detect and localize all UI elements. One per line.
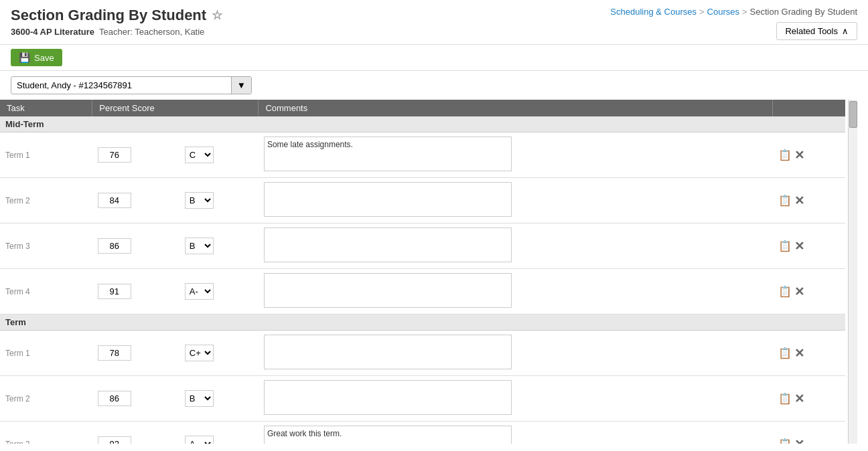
clear-icon[interactable]: ✕ xyxy=(794,391,804,406)
clear-icon[interactable]: ✕ xyxy=(794,284,804,299)
comment-cell xyxy=(259,269,773,314)
action-cell: 📋 ✕ xyxy=(773,178,845,223)
chevron-up-icon: ∧ xyxy=(842,26,849,36)
student-input[interactable] xyxy=(11,77,231,94)
star-icon[interactable]: ☆ xyxy=(212,8,222,23)
page-title: Section Grading By Student ☆ xyxy=(11,7,222,24)
scrollbar[interactable] xyxy=(848,100,857,444)
grade-cell: A+AA-B+BB-C+CC-D+DD-F xyxy=(179,223,259,269)
grade-tbody: Mid-Term Term 1 A+AA-B+BB-C+CC-D+DD-F So… xyxy=(0,116,845,444)
grade-select[interactable]: A+AA-B+BB-C+CC-D+DD-F xyxy=(185,192,214,209)
task-label: Term 3 xyxy=(0,223,92,269)
grade-cell: A+AA-B+BB-C+CC-D+DD-F xyxy=(179,269,259,314)
scrollbar-thumb[interactable] xyxy=(849,101,857,128)
page-title-text: Section Grading By Student xyxy=(11,7,206,24)
student-dropdown-button[interactable]: ▼ xyxy=(231,77,251,94)
student-selector: ▼ xyxy=(0,71,868,100)
grade-row: Term 2 A+AA-B+BB-C+CC-D+DD-F 📋 ✕ xyxy=(0,178,845,223)
grade-row: Term 3 A+AA-B+BB-C+CC-D+DD-F 📋 ✕ xyxy=(0,223,845,269)
doc-icon[interactable]: 📋 xyxy=(778,149,792,161)
score-cell xyxy=(92,331,179,376)
grade-select[interactable]: A+AA-B+BB-C+CC-D+DD-F xyxy=(185,345,214,361)
score-input[interactable] xyxy=(98,391,131,406)
teacher-name: Teacherson, Katie xyxy=(135,27,204,37)
task-label: Term 2 xyxy=(0,376,92,422)
section-name-0: Mid-Term xyxy=(0,116,845,132)
header-left: Section Grading By Student ☆ 3600-4 AP L… xyxy=(11,7,222,37)
breadcrumb-link-scheduling[interactable]: Scheduling & Courses xyxy=(610,7,697,17)
comment-cell xyxy=(259,223,773,269)
related-tools-label: Related Tools xyxy=(785,26,838,36)
related-tools-button[interactable]: Related Tools ∧ xyxy=(776,22,857,40)
grade-select[interactable]: A+AA-B+BB-C+CC-D+DD-F xyxy=(185,283,214,300)
clear-icon[interactable]: ✕ xyxy=(794,239,804,254)
col-header-score: Percent Score xyxy=(92,100,259,116)
score-cell xyxy=(92,132,179,178)
doc-icon[interactable]: 📋 xyxy=(778,438,792,444)
clear-icon[interactable]: ✕ xyxy=(794,148,804,163)
comment-textarea[interactable] xyxy=(264,380,512,415)
save-icon: 💾 xyxy=(19,52,30,63)
task-label: Term 1 xyxy=(0,331,92,376)
comment-textarea[interactable] xyxy=(264,228,512,262)
breadcrumb-link-courses[interactable]: Courses xyxy=(707,7,739,17)
section-name-1: Term xyxy=(0,314,845,331)
score-cell xyxy=(92,178,179,223)
grade-cell: A+AA-B+BB-C+CC-D+DD-F xyxy=(179,331,259,376)
score-input[interactable] xyxy=(98,147,131,163)
score-input[interactable] xyxy=(98,284,131,299)
comment-textarea[interactable] xyxy=(264,182,512,217)
doc-icon[interactable]: 📋 xyxy=(778,392,792,405)
grade-cell: A+AA-B+BB-C+CC-D+DD-F xyxy=(179,422,259,444)
doc-icon[interactable]: 📋 xyxy=(778,347,792,359)
save-label: Save xyxy=(34,53,54,63)
score-input[interactable] xyxy=(98,193,131,208)
action-cell: 📋 ✕ xyxy=(773,132,845,178)
doc-icon[interactable]: 📋 xyxy=(778,285,792,298)
doc-icon[interactable]: 📋 xyxy=(778,194,792,207)
score-input[interactable] xyxy=(98,238,131,254)
save-button[interactable]: 💾 Save xyxy=(11,49,62,66)
action-cell: 📋 ✕ xyxy=(773,331,845,376)
clear-icon[interactable]: ✕ xyxy=(794,437,804,444)
comment-cell xyxy=(259,331,773,376)
task-label: Term 4 xyxy=(0,269,92,314)
action-cell: 📋 ✕ xyxy=(773,376,845,422)
header-right: Scheduling & Courses > Courses > Section… xyxy=(610,7,857,40)
section-header-0: Mid-Term xyxy=(0,116,845,132)
comment-cell xyxy=(259,178,773,223)
col-header-actions xyxy=(773,100,845,116)
doc-icon[interactable]: 📋 xyxy=(778,240,792,252)
comment-cell: Some late assignments. xyxy=(259,132,773,178)
comment-textarea[interactable] xyxy=(264,273,512,308)
grade-row: Term 1 A+AA-B+BB-C+CC-D+DD-F Some late a… xyxy=(0,132,845,178)
clear-icon[interactable]: ✕ xyxy=(794,346,804,361)
header: Section Grading By Student ☆ 3600-4 AP L… xyxy=(0,0,868,45)
clear-icon[interactable]: ✕ xyxy=(794,193,804,208)
comment-textarea[interactable] xyxy=(264,335,512,369)
action-cell: 📋 ✕ xyxy=(773,269,845,314)
grade-select[interactable]: A+AA-B+BB-C+CC-D+DD-F xyxy=(185,147,214,163)
grade-select[interactable]: A+AA-B+BB-C+CC-D+DD-F xyxy=(185,436,214,444)
grade-cell: A+AA-B+BB-C+CC-D+DD-F xyxy=(179,178,259,223)
grade-row: Term 2 A+AA-B+BB-C+CC-D+DD-F 📋 ✕ xyxy=(0,376,845,422)
task-label: Term 3 xyxy=(0,422,92,444)
score-input[interactable] xyxy=(98,345,131,361)
score-cell xyxy=(92,223,179,269)
breadcrumb-current: Section Grading By Student xyxy=(750,7,857,17)
teacher-label: Teacher: xyxy=(99,27,133,37)
score-cell xyxy=(92,422,179,444)
grade-select[interactable]: A+AA-B+BB-C+CC-D+DD-F xyxy=(185,390,214,407)
comment-cell xyxy=(259,376,773,422)
course-name: 3600-4 AP Literature xyxy=(11,27,94,37)
col-header-comments: Comments xyxy=(259,100,773,116)
breadcrumb-sep1: > xyxy=(699,7,705,17)
comment-textarea[interactable]: Some late assignments. xyxy=(264,137,512,171)
comment-textarea[interactable]: Great work this term. xyxy=(264,426,512,444)
main-content: Task Percent Score Comments Mid-Term Ter… xyxy=(0,100,868,444)
grade-select[interactable]: A+AA-B+BB-C+CC-D+DD-F xyxy=(185,238,214,254)
score-input[interactable] xyxy=(98,436,131,444)
task-label: Term 2 xyxy=(0,178,92,223)
grade-row: Term 1 A+AA-B+BB-C+CC-D+DD-F 📋 ✕ xyxy=(0,331,845,376)
grade-area: Task Percent Score Comments Mid-Term Ter… xyxy=(0,100,848,444)
